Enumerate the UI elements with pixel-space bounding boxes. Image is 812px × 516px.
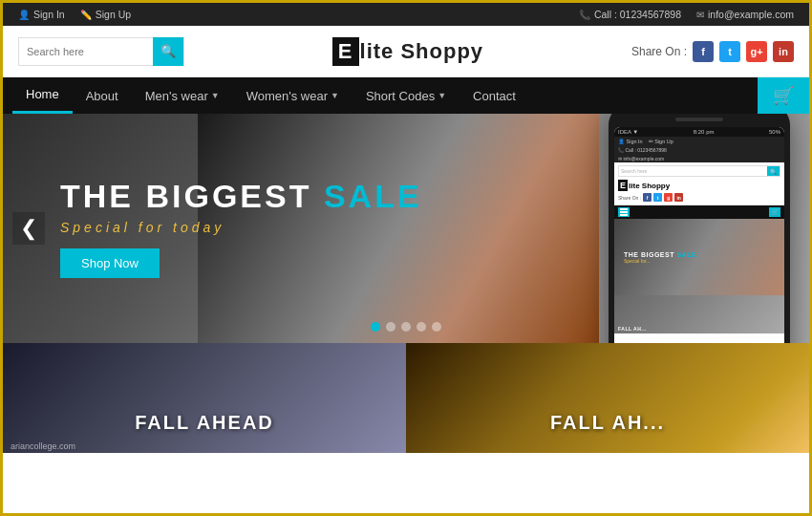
hamburger-line-3	[620, 214, 628, 216]
hamburger-line-2	[620, 211, 628, 213]
phone-signup-link: ✏ Sign Up	[649, 139, 673, 144]
phone-contacts: 📞 Call : 01234567898	[614, 146, 784, 154]
content-cards: ariancollege.com FALL AHEAD FALL AH...	[3, 343, 809, 453]
phone-signin-link: 👤 Sign In	[618, 139, 643, 144]
nav-about[interactable]: About	[73, 77, 132, 114]
facebook-icon[interactable]: f	[693, 41, 714, 62]
chevron-down-icon: ▼	[211, 91, 220, 100]
phone-navbar: 🛒	[614, 205, 784, 219]
nav-items: Home About Men's wear ▼ Women's wear ▼ S…	[12, 77, 758, 114]
phone-hero-text: THE BIGGEST SALE Special for...	[614, 251, 696, 264]
search-button[interactable]: 🔍	[153, 37, 183, 66]
hero-dot-4[interactable]	[417, 322, 426, 332]
phone-hamburger-menu[interactable]	[618, 207, 630, 217]
phone-bottom-content: FALL AH...	[614, 295, 784, 333]
phone-phone-info: 📞 Call : 01234567898	[618, 147, 667, 153]
phone-linkedin-icon[interactable]: in	[674, 193, 683, 202]
phone-logo: E lite Shoppy	[618, 180, 780, 191]
nav-contact[interactable]: Contact	[459, 77, 529, 114]
user-icon: 👤	[18, 10, 30, 20]
signin-link[interactable]: 👤 Sign In	[18, 9, 65, 20]
hero-prev-arrow[interactable]: ❮	[12, 212, 45, 245]
signup-link[interactable]: ✏️ Sign Up	[80, 9, 131, 20]
phone-email-info: ✉ info@example.com	[618, 156, 664, 161]
hero-title-sale: SALE	[324, 178, 422, 214]
logo-letter: E	[332, 37, 359, 66]
share-label: Share On :	[631, 45, 687, 58]
phone-logo-text: lite Shoppy	[629, 182, 670, 190]
phone-facebook-icon[interactable]: f	[643, 193, 652, 202]
navbar: Home About Men's wear ▼ Women's wear ▼ S…	[3, 77, 809, 114]
phone-header: Search here 🔍 E lite Shoppy Share On : f…	[614, 162, 784, 205]
hero-title-prefix: THE BIGGEST	[60, 178, 324, 214]
phone-speaker	[675, 118, 723, 121]
phone-mockup: IDEA ▼ 8:20 pm 50% 👤 Sign In ✏ Sign Up 📞…	[609, 114, 790, 343]
site-logo: E lite Shoppy	[332, 37, 483, 66]
linkedin-icon[interactable]: in	[773, 41, 794, 62]
phone-share-bar: Share On : f t g in	[618, 193, 780, 202]
card-label-right: FALL AH...	[550, 412, 665, 434]
phone-share-label: Share On :	[618, 195, 641, 201]
googleplus-icon[interactable]: g+	[746, 41, 767, 62]
phone-hero-sub: Special for...	[624, 258, 696, 264]
site-header: 🔍 E lite Shoppy Share On : f t g+ in	[3, 26, 809, 77]
hero-dot-3[interactable]	[401, 322, 411, 332]
phone-search-input[interactable]: Search here	[619, 166, 767, 176]
hero-section: ❮ THE BIGGEST SALE Special for today Sho…	[3, 114, 809, 343]
phone-time: 8:20 pm	[694, 129, 715, 135]
edit-icon: ✏️	[80, 10, 92, 20]
phone-info: 📞 Call : 01234567898	[579, 9, 681, 20]
phone-card-label: FALL AH...	[618, 326, 647, 332]
phone-screen: IDEA ▼ 8:20 pm 50% 👤 Sign In ✏ Sign Up 📞…	[614, 127, 784, 343]
phone-cart-button[interactable]: 🛒	[769, 207, 780, 217]
phone-outer: IDEA ▼ 8:20 pm 50% 👤 Sign In ✏ Sign Up 📞…	[609, 114, 790, 343]
top-bar-right: 📞 Call : 01234567898 ✉ info@example.com	[579, 9, 794, 20]
phone-logo-letter: E	[618, 180, 628, 191]
hero-dot-5[interactable]	[432, 322, 441, 332]
email-info: ✉ info@example.com	[696, 9, 794, 20]
content-card-left: ariancollege.com FALL AHEAD	[3, 343, 406, 453]
phone-twitter-icon[interactable]: t	[653, 193, 662, 202]
phone-search-button[interactable]: 🔍	[767, 166, 780, 176]
logo-text: lite Shoppy	[360, 39, 484, 64]
nav-mens-wear[interactable]: Men's wear ▼	[132, 77, 233, 114]
hero-dot-1[interactable]	[371, 322, 380, 332]
hamburger-line-1	[620, 208, 628, 210]
phone-hero-title: THE BIGGEST SALE	[624, 251, 696, 258]
chevron-down-icon: ▼	[438, 91, 446, 100]
content-card-right: FALL AH...	[406, 343, 809, 453]
phone-email-row: ✉ info@example.com	[614, 154, 784, 162]
phone-gplus-icon[interactable]: g	[664, 193, 673, 202]
phone-search: Search here 🔍	[618, 165, 780, 177]
search-input[interactable]	[19, 46, 153, 57]
phone-links: 👤 Sign In ✏ Sign Up	[614, 137, 784, 146]
phone-top-bar: IDEA ▼ 8:20 pm 50%	[614, 127, 784, 137]
top-bar: 👤 Sign In ✏️ Sign Up 📞 Call : 0123456789…	[3, 3, 809, 26]
card-label-left: FALL AHEAD	[135, 412, 274, 434]
nav-short-codes[interactable]: Short Codes ▼	[353, 77, 459, 114]
nav-womens-wear[interactable]: Women's wear ▼	[233, 77, 353, 114]
nav-home[interactable]: Home	[12, 77, 73, 114]
phone-battery: 50%	[769, 129, 780, 135]
phone-hero: THE BIGGEST SALE Special for...	[614, 219, 784, 295]
search-box: 🔍	[18, 37, 184, 66]
email-icon: ✉	[696, 10, 704, 20]
hero-dot-2[interactable]	[386, 322, 395, 332]
twitter-icon[interactable]: t	[719, 41, 740, 62]
cart-button[interactable]: 🛒	[758, 77, 809, 114]
website-label: ariancollege.com	[11, 441, 75, 451]
share-bar: Share On : f t g+ in	[631, 41, 794, 62]
hero-dots	[371, 322, 441, 332]
shop-now-button[interactable]: Shop Now	[60, 248, 160, 278]
phone-icon: 📞	[579, 10, 590, 20]
chevron-down-icon: ▼	[331, 91, 339, 100]
top-bar-left: 👤 Sign In ✏️ Sign Up	[18, 9, 131, 20]
phone-carrier: IDEA ▼	[618, 129, 638, 135]
